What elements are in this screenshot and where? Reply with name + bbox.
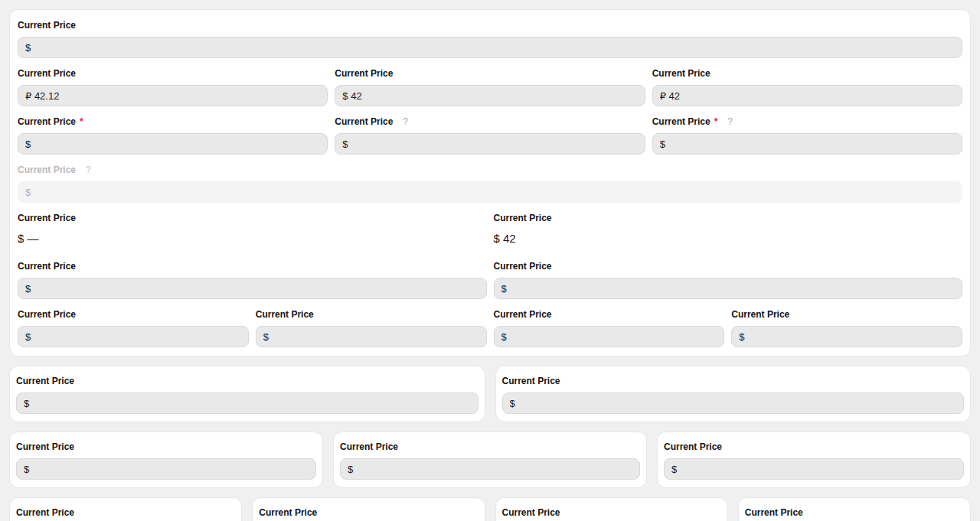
field: Current Price xyxy=(494,257,963,299)
readonly-price-value: $ 42 xyxy=(494,230,963,248)
field-card: Current Price xyxy=(9,431,323,488)
field-label: Current Price xyxy=(16,376,479,386)
help-icon: ? xyxy=(86,164,91,175)
field-label: Current Price xyxy=(16,441,316,452)
price-input[interactable] xyxy=(664,458,964,480)
field: Current Price xyxy=(18,16,962,58)
field-label: Current Price * xyxy=(18,116,328,127)
field-label: Current Price xyxy=(494,309,725,320)
price-input[interactable] xyxy=(502,392,965,414)
field-card: Current Price xyxy=(495,497,728,521)
price-input[interactable] xyxy=(18,133,328,155)
field-card: Current Price xyxy=(9,497,242,521)
help-icon[interactable]: ? xyxy=(403,116,408,127)
field: Current Price xyxy=(256,305,487,347)
field-label: Current Price xyxy=(256,309,487,320)
price-input[interactable] xyxy=(18,278,487,299)
field-label: Current Price xyxy=(18,20,962,31)
price-input[interactable] xyxy=(18,85,328,106)
field-disabled: Current Price ? xyxy=(18,161,962,203)
price-input[interactable] xyxy=(340,458,640,480)
price-input[interactable] xyxy=(731,326,962,347)
required-asterisk-icon: * xyxy=(80,116,83,127)
field-label: Current Price xyxy=(340,441,640,452)
field-label: Current Price xyxy=(18,261,487,272)
field-label: Current Price xyxy=(494,261,963,272)
field-label: Current Price ? xyxy=(18,164,962,175)
field-label-text: Current Price xyxy=(652,116,710,127)
field: Current Price xyxy=(652,64,962,106)
card-row-three: Current Price Current Price Current Pric… xyxy=(9,431,971,488)
field: Current Price xyxy=(494,305,725,347)
field-row: Current Price Current Price Current Pric… xyxy=(18,305,962,347)
field: Current Price xyxy=(731,305,962,347)
field-label: Current Price xyxy=(652,68,962,79)
field-card: Current Price xyxy=(657,431,971,488)
field-row: Current Price xyxy=(18,16,962,58)
price-input[interactable] xyxy=(256,326,487,347)
field-label: Current Price xyxy=(335,68,645,79)
price-input[interactable] xyxy=(335,133,645,155)
field-label: Current Price xyxy=(502,507,721,518)
field-card: Current Price xyxy=(333,431,647,488)
field-label: Current Price xyxy=(502,376,965,386)
field-label: Current Price ? xyxy=(335,116,645,127)
field-label: Current Price xyxy=(18,68,328,79)
field-label-text: Current Price xyxy=(18,116,76,127)
required-asterisk-icon: * xyxy=(714,116,718,127)
field-label: Current Price xyxy=(16,507,235,518)
field-label-text: Current Price xyxy=(335,116,393,127)
main-panel: Current Price Current Price Current Pric… xyxy=(9,9,971,357)
field-label: Current Price xyxy=(18,213,487,223)
field-label: Current Price xyxy=(664,441,964,452)
field-card: Current Price xyxy=(495,366,972,422)
field-label: Current Price xyxy=(745,507,964,518)
field-readonly: Current Price $ 42 xyxy=(494,209,963,248)
field-row: Current Price Current Price Current Pric… xyxy=(18,64,962,106)
field-row: Current Price * Current Price ? Current … xyxy=(18,112,962,155)
field-readonly: Current Price $ — xyxy=(18,209,487,248)
price-input[interactable] xyxy=(335,85,645,106)
field-label-text: Current Price xyxy=(18,164,76,175)
field-label: Current Price xyxy=(731,309,962,320)
field-card: Current Price xyxy=(738,497,971,521)
field: Current Price xyxy=(18,257,487,299)
field-row: Current Price Current Price xyxy=(18,257,962,299)
field-card: Current Price xyxy=(9,366,485,422)
price-input[interactable] xyxy=(494,278,963,299)
field: Current Price xyxy=(18,305,249,347)
price-input[interactable] xyxy=(18,37,962,58)
price-input[interactable] xyxy=(18,326,249,347)
field: Current Price xyxy=(18,64,328,106)
field-label: Current Price * ? xyxy=(652,116,962,127)
price-fields-demo-page: Current Price Current Price Current Pric… xyxy=(0,0,980,521)
price-input[interactable] xyxy=(16,392,479,414)
field: Current Price * ? xyxy=(652,112,962,155)
price-input[interactable] xyxy=(494,326,725,347)
price-input-disabled xyxy=(18,181,962,203)
field-row-readonly: Current Price $ — Current Price $ 42 xyxy=(18,209,962,248)
field-label: Current Price xyxy=(494,213,963,223)
field-row: Current Price ? xyxy=(18,161,962,203)
field-label: Current Price xyxy=(259,507,478,518)
field: Current Price * xyxy=(18,112,328,155)
price-input[interactable] xyxy=(652,133,962,155)
readonly-price-value: $ — xyxy=(18,230,487,248)
card-row-four: Current Price Current Price Current Pric… xyxy=(9,497,971,521)
field: Current Price ? xyxy=(335,112,645,155)
field-label: Current Price xyxy=(18,309,249,320)
card-row-two: Current Price Current Price xyxy=(9,366,971,422)
field: Current Price xyxy=(335,64,645,106)
price-input[interactable] xyxy=(16,458,316,480)
field-card: Current Price xyxy=(252,497,485,521)
help-icon[interactable]: ? xyxy=(727,116,733,127)
price-input[interactable] xyxy=(652,85,962,106)
